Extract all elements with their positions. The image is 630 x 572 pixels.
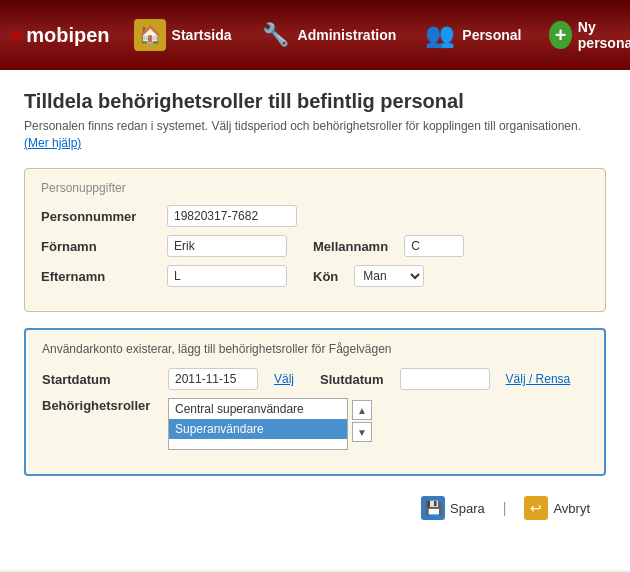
- behorighetsroller-label: Behörighetsroller: [42, 398, 152, 413]
- cancel-icon: ↩: [524, 496, 548, 520]
- kon-select[interactable]: Man Kvinna: [354, 265, 424, 287]
- kon-label: Kön: [313, 269, 338, 284]
- footer-actions: 💾 Spara | ↩ Avbryt: [24, 492, 606, 524]
- startdatum-label: Startdatum: [42, 372, 152, 387]
- behorighetsroller-title: Användarkonto existerar, lägg till behör…: [42, 342, 588, 356]
- ny-personal-icon: +: [549, 21, 571, 49]
- fornamn-row: Förnamn Mellannamn: [41, 235, 589, 257]
- slutdatum-input[interactable]: [400, 368, 490, 390]
- personnummer-row: Personnummer: [41, 205, 589, 227]
- behorighetsroller-listbox[interactable]: Central superanvändare Superanvändare: [168, 398, 348, 450]
- listbox-arrows: ▲ ▼: [352, 400, 372, 442]
- nav-label-personal: Personal: [462, 27, 521, 43]
- startdatum-input[interactable]: [168, 368, 258, 390]
- save-icon: 💾: [421, 496, 445, 520]
- arrow-down-button[interactable]: ▼: [352, 422, 372, 442]
- personnummer-input[interactable]: [167, 205, 297, 227]
- arrow-up-button[interactable]: ▲: [352, 400, 372, 420]
- efternamn-input[interactable]: [167, 265, 287, 287]
- cancel-label: Avbryt: [553, 501, 590, 516]
- logo: » mobipen: [10, 22, 110, 48]
- logo-text: mobipen: [26, 24, 109, 47]
- nav-item-administration[interactable]: 🔧 Administration: [246, 11, 411, 59]
- nav-item-startsida[interactable]: 🏠 Startsida: [120, 11, 246, 59]
- save-button[interactable]: 💾 Spara: [415, 492, 491, 524]
- nav-label-administration: Administration: [298, 27, 397, 43]
- main-content: Tilldela behörighetsroller till befintli…: [0, 70, 630, 570]
- fornamn-label: Förnamn: [41, 239, 151, 254]
- efternamn-label: Efternamn: [41, 269, 151, 284]
- cancel-button[interactable]: ↩ Avbryt: [518, 492, 596, 524]
- page-subtitle: Personalen finns redan i systemet. Välj …: [24, 119, 606, 133]
- startdatum-valj-button[interactable]: Välj: [274, 372, 294, 386]
- list-item[interactable]: Central superanvändare: [169, 399, 347, 419]
- header: » mobipen 🏠 Startsida 🔧 Administration 👥…: [0, 0, 630, 70]
- slutdatum-label: Slutdatum: [320, 372, 384, 387]
- nav-item-personal[interactable]: 👥 Personal: [410, 11, 535, 59]
- nav-label-startsida: Startsida: [172, 27, 232, 43]
- mellannamn-label: Mellannamn: [313, 239, 388, 254]
- nav-item-ny-personal[interactable]: + Ny personal: [535, 11, 630, 59]
- personal-icon: 👥: [424, 19, 456, 51]
- mellannamn-input[interactable]: [404, 235, 464, 257]
- list-item[interactable]: Superanvändare: [169, 419, 347, 439]
- efternamn-row: Efternamn Kön Man Kvinna: [41, 265, 589, 287]
- logo-arrow: »: [10, 22, 22, 48]
- personnummer-label: Personnummer: [41, 209, 151, 224]
- help-link[interactable]: (Mer hjälp): [24, 136, 81, 150]
- listbox-wrapper: Central superanvändare Superanvändare ▲ …: [168, 398, 372, 450]
- personuppgifter-title: Personuppgifter: [41, 181, 589, 195]
- behorighetsroller-box: Användarkonto existerar, lägg till behör…: [24, 328, 606, 476]
- admin-icon: 🔧: [260, 19, 292, 51]
- startdatum-row: Startdatum Välj Slutdatum Välj / Rensa: [42, 368, 588, 390]
- nav-label-ny-personal: Ny personal: [578, 19, 630, 51]
- personuppgifter-box: Personuppgifter Personnummer Förnamn Mel…: [24, 168, 606, 312]
- slutdatum-valj-rensa-button[interactable]: Välj / Rensa: [506, 372, 571, 386]
- divider: |: [503, 500, 507, 516]
- save-label: Spara: [450, 501, 485, 516]
- behorighetsroller-row: Behörighetsroller Central superanvändare…: [42, 398, 588, 450]
- home-icon: 🏠: [134, 19, 166, 51]
- page-title: Tilldela behörighetsroller till befintli…: [24, 90, 606, 113]
- fornamn-input[interactable]: [167, 235, 287, 257]
